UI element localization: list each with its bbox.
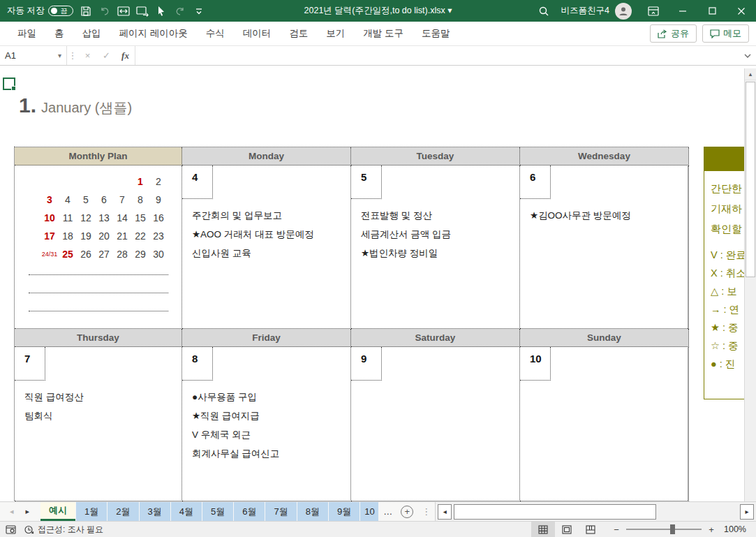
zoom-slider-thumb[interactable] (670, 524, 675, 534)
memo-button[interactable]: 메모 (702, 24, 749, 43)
autosave-state: 끔 (60, 8, 67, 15)
add-sheet-button[interactable]: + (401, 506, 413, 518)
tab-home[interactable]: 홈 (45, 22, 73, 45)
sheet-nav-right-icon[interactable]: ▸ (26, 507, 30, 516)
tab-review[interactable]: 검토 (280, 22, 317, 45)
sheet-tab[interactable]: 5월 (202, 502, 233, 521)
header-friday[interactable]: Friday (182, 329, 351, 347)
tuesday-cell[interactable]: 5 전표발행 및 정산세금계산서 금액 입금★법인차량 정비일 (351, 165, 520, 329)
tab-help[interactable]: 도움말 (413, 22, 459, 45)
selected-cell-a1[interactable] (3, 78, 15, 90)
vertical-scrollbar[interactable]: ▴ (744, 68, 756, 501)
tab-data[interactable]: 데이터 (234, 22, 281, 45)
sheet-nav-left-icon[interactable]: ◂ (10, 507, 14, 516)
save-icon[interactable] (80, 5, 92, 17)
sheet-tab[interactable]: 4월 (171, 502, 202, 521)
worksheet[interactable]: 1. January (샘플) Monthly Plan Monday Tues… (0, 66, 756, 501)
formula-input[interactable] (135, 46, 739, 65)
tabbar-resize-handle[interactable]: ⋮ (422, 502, 431, 521)
sheet-tab[interactable]: 8월 (297, 502, 328, 521)
header-sunday[interactable]: Sunday (520, 329, 689, 347)
zoom-slider[interactable] (626, 529, 702, 530)
scroll-up-icon[interactable]: ▴ (745, 68, 756, 80)
close-button[interactable] (727, 0, 756, 22)
mini-day: 25 (59, 245, 77, 263)
sheet-tab[interactable]: 2월 (108, 502, 138, 521)
normal-view-button[interactable] (531, 522, 555, 537)
window-restore-icon[interactable] (136, 5, 149, 17)
sheet-tab-overflow[interactable]: … (383, 502, 392, 521)
task-list: ★김OO사무관 방문예정 (520, 199, 688, 225)
header-thursday[interactable]: Thursday (15, 329, 182, 347)
tab-file[interactable]: 파일 (8, 22, 45, 45)
day-number: 4 (182, 165, 213, 199)
sheet-tab[interactable]: 1월 (76, 502, 107, 521)
saturday-cell[interactable]: 9 (351, 347, 520, 501)
header-tuesday[interactable]: Tuesday (351, 147, 520, 165)
zoom-level[interactable]: 100% (724, 524, 756, 534)
minimize-button[interactable] (668, 0, 697, 22)
monthly-plan-cell[interactable]: 123456789101112131415161718192021222324/… (15, 165, 182, 329)
autosave-toggle[interactable]: 끔 (48, 6, 73, 16)
scroll-left-icon[interactable]: ◂ (438, 504, 452, 520)
formula-bar-handle[interactable]: ⋮ (67, 46, 78, 65)
accessibility-status[interactable]: 접근성: 조사 필요 (24, 524, 103, 536)
sheet-tab[interactable]: 예시 (40, 502, 75, 521)
mini-day: 1 (131, 172, 149, 191)
task-item: ●사무용품 구입 (192, 388, 350, 406)
accessibility-icon (24, 525, 34, 534)
mini-day: 24/31 (40, 245, 59, 263)
header-monthly-plan[interactable]: Monthly Plan (15, 147, 182, 165)
tab-view[interactable]: 보기 (317, 22, 354, 45)
ribbon-display-options-icon[interactable] (639, 0, 668, 22)
search-icon[interactable] (532, 6, 556, 17)
sunday-cell[interactable]: 10 (520, 347, 689, 501)
tab-formulas[interactable]: 수식 (197, 22, 234, 45)
cancel-entry-icon[interactable]: × (78, 46, 97, 65)
formula-bar-collapse-icon[interactable] (739, 46, 756, 65)
sheet-tab[interactable]: 3월 (140, 502, 170, 521)
monday-cell[interactable]: 4 주간회의 및 업무보고★AOO 거래처 대표 방문예정신입사원 교육 (182, 165, 351, 329)
user-name[interactable]: 비즈폼친구4 (561, 5, 609, 17)
avatar[interactable] (615, 3, 632, 20)
header-saturday[interactable]: Saturday (351, 329, 520, 347)
page-layout-view-button[interactable] (555, 522, 579, 537)
tab-developer[interactable]: 개발 도구 (354, 22, 413, 45)
customize-qat-icon[interactable] (193, 5, 205, 17)
name-box-dropdown-icon[interactable]: ▾ (58, 52, 61, 59)
tab-insert[interactable]: 삽입 (73, 22, 110, 45)
mini-day: 28 (113, 245, 131, 263)
sheet-tab[interactable]: 10 (360, 502, 378, 521)
insert-function-icon[interactable]: fx (116, 46, 135, 65)
vertical-scroll-thumb[interactable] (746, 82, 755, 277)
mini-day: 19 (77, 227, 95, 245)
mini-day: 21 (113, 227, 131, 245)
mini-day: 12 (77, 209, 95, 227)
sheet-tab[interactable]: 6월 (234, 502, 265, 521)
friday-cell[interactable]: 8 ●사무용품 구입★직원 급여지급V 우체국 외근회계사무실 급여신고 (182, 347, 351, 501)
confirm-entry-icon[interactable]: ✓ (97, 46, 116, 65)
macro-record-icon[interactable] (6, 525, 16, 534)
calendar-grid: Monthly Plan Monday Tuesday Wednesday 12… (14, 147, 688, 501)
tab-page-layout[interactable]: 페이지 레이아웃 (110, 22, 197, 45)
header-wednesday[interactable]: Wednesday (520, 147, 689, 165)
zoom-out-icon[interactable]: − (612, 524, 621, 535)
undo-icon[interactable] (98, 5, 111, 17)
screen-switch-icon[interactable] (117, 5, 130, 17)
name-box[interactable]: A1 ▾ (0, 46, 67, 65)
cursor-icon[interactable] (155, 5, 168, 17)
sheet-tab[interactable]: 7월 (265, 502, 296, 521)
horizontal-scroll-thumb[interactable] (454, 504, 656, 520)
header-monday[interactable]: Monday (182, 147, 351, 165)
scroll-right-icon[interactable]: ▸ (740, 504, 754, 520)
mini-day (59, 172, 77, 191)
maximize-button[interactable] (697, 0, 727, 22)
thursday-cell[interactable]: 7 직원 급여정산팀회식 (15, 347, 182, 501)
share-button[interactable]: 공유 (650, 24, 697, 43)
zoom-in-icon[interactable]: + (707, 524, 716, 535)
redo-icon[interactable] (174, 5, 186, 17)
sheet-tab[interactable]: 9월 (329, 502, 360, 521)
wednesday-cell[interactable]: 6 ★김OO사무관 방문예정 (520, 165, 689, 329)
page-break-view-button[interactable] (579, 522, 602, 537)
horizontal-scrollbar[interactable]: ◂ ▸ (435, 502, 756, 521)
